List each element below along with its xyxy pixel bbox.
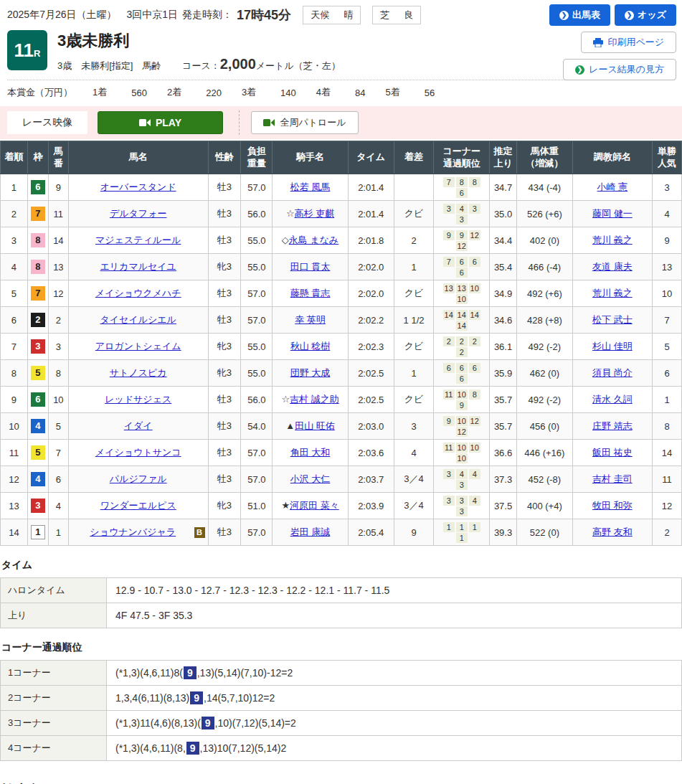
race-number: 11 <box>14 39 34 62</box>
trainer-link[interactable]: 吉村 圭司 <box>592 473 633 484</box>
frame-cell: 6 <box>27 174 48 201</box>
frame-number-badge: 8 <box>31 260 45 274</box>
jockey-link[interactable]: 田口 貫太 <box>290 261 331 272</box>
corner-pass-number: 12 <box>469 230 480 240</box>
col-margin: 着差 <box>394 141 434 174</box>
col-horse-weight: 馬体重 （増減） <box>517 141 573 174</box>
frame-number-badge: 6 <box>31 392 45 407</box>
halon-time-row: ハロンタイム 12.9 - 10.7 - 13.0 - 12.7 - 12.3 … <box>1 578 682 603</box>
jockey-link[interactable]: 田山 旺佑 <box>295 420 335 431</box>
horse-name-link[interactable]: アロガントシェイム <box>95 341 181 351</box>
horse-number: 3 <box>48 334 68 360</box>
jockey-link[interactable]: 小沢 大仁 <box>290 473 331 484</box>
horse-name-link[interactable]: ショウナンバジャラ <box>90 526 176 537</box>
trainer-link[interactable]: 友道 康夫 <box>592 261 633 272</box>
frame-cell: 8 <box>27 227 48 254</box>
corner-pass-number: 3 <box>443 469 455 479</box>
corner-order-text: ,13)(5,14)(7,10)-12=2 <box>197 667 293 679</box>
trainer-link[interactable]: 須貝 尚介 <box>592 367 633 378</box>
chevron-right-icon: ❯ <box>559 11 569 20</box>
jockey-link[interactable]: 河原田 菜々 <box>290 500 339 511</box>
jockey-link[interactable]: 永島 まなみ <box>289 235 339 245</box>
corner-pass-number: 1 <box>443 522 455 532</box>
horse-name-link[interactable]: イダイ <box>124 420 153 431</box>
corner-pass-number: 6 <box>443 363 455 373</box>
corner-pass-number: 13 <box>456 283 468 293</box>
print-page-button[interactable]: 印刷用ページ <box>581 32 676 53</box>
horse-name-link[interactable]: デルタフォー <box>110 208 167 219</box>
trainer-cell: 藤岡 健一 <box>572 201 652 227</box>
jockey-link[interactable]: 岩田 康誠 <box>290 526 331 537</box>
margin <box>394 174 434 201</box>
corner-pass-number: 12 <box>456 241 468 251</box>
horse-name-link[interactable]: サトノスピカ <box>110 367 167 378</box>
jockey-link[interactable]: 高杉 吏麒 <box>295 208 335 219</box>
horse-weight: 462 (0) <box>517 360 573 387</box>
jockey-link[interactable]: 角田 大和 <box>290 447 331 458</box>
jockey-link[interactable]: 幸 英明 <box>295 314 326 325</box>
corner-positions: 6666 <box>434 360 490 387</box>
corner-positions: 991212 <box>434 227 490 254</box>
prize-amount: 140 <box>280 88 296 98</box>
trainer-link[interactable]: 藤岡 健一 <box>592 208 633 219</box>
horse-name-link[interactable]: マジェスティルール <box>95 235 181 245</box>
start-time-label: 発走時刻： <box>182 9 232 22</box>
horse-name-link[interactable]: タイセイルシエル <box>100 314 176 325</box>
corner-pass-number: 9 <box>456 400 468 410</box>
carried-weight: 54.0 <box>241 413 273 440</box>
jockey-link[interactable]: 吉村 誠之助 <box>290 394 339 405</box>
trainer-link[interactable]: 飯田 祐史 <box>592 447 633 458</box>
apprentice-mark: ◇ <box>282 235 289 245</box>
jockey-link[interactable]: 藤懸 貴志 <box>290 288 331 298</box>
horse-name-cell: マジェスティルール <box>68 227 208 254</box>
trainer-link[interactable]: 小崎 憲 <box>597 181 628 192</box>
corner-positions: 14141414 <box>434 307 490 334</box>
horse-name-link[interactable]: オーバースタンド <box>100 181 176 192</box>
odds-button[interactable]: ❯オッズ <box>615 4 676 26</box>
horse-name-link[interactable]: メイショウクメハチ <box>95 288 181 298</box>
entries-button[interactable]: ❯出馬表 <box>549 4 610 26</box>
trainer-link[interactable]: 庄野 靖志 <box>592 420 633 431</box>
frame-cell: 7 <box>27 201 48 227</box>
play-button[interactable]: PLAY <box>98 111 223 134</box>
win-favorite-rank: 1 <box>653 387 682 413</box>
trainer-link[interactable]: 杉山 佳明 <box>592 341 633 351</box>
frame-cell: 5 <box>27 360 48 387</box>
horse-name-link[interactable]: メイショウトサンコ <box>95 447 181 458</box>
corner-pass-number: 10 <box>456 294 468 304</box>
trainer-link[interactable]: 荒川 義之 <box>592 288 633 298</box>
corner-positions: 111089 <box>434 387 490 413</box>
horse-name-cell: タイセイルシエル <box>68 307 208 334</box>
trainer-cell: 須貝 尚介 <box>572 360 652 387</box>
carried-weight: 57.0 <box>241 307 273 334</box>
trainer-link[interactable]: 牧田 和弥 <box>592 500 633 511</box>
jockey-link[interactable]: 秋山 稔樹 <box>290 341 331 351</box>
corner-pass-number: 2 <box>469 336 480 346</box>
corner-pass-number: 3 <box>456 480 468 490</box>
frame-number-badge: 4 <box>31 419 45 433</box>
horse-name-link[interactable]: ワンダーエルピス <box>100 500 176 511</box>
corner-positions: 3343 <box>434 493 490 519</box>
jockey-link[interactable]: 松若 風馬 <box>290 181 331 192</box>
trainer-link[interactable]: 松下 武士 <box>592 314 633 325</box>
horse-name-link[interactable]: レッドサジェス <box>105 394 171 405</box>
corner-positions: 13131010 <box>434 280 490 307</box>
corner-order-value: (*1,3)11(4,6)(8,13)(9,10)(7,12)(5,14)=2 <box>107 711 682 736</box>
result-row: 5 7 12 メイショウクメハチ 牡3 57.0 藤懸 貴志 2:02.0 クビ… <box>1 280 682 307</box>
result-guide-button[interactable]: ❯レース結果の見方 <box>563 59 676 80</box>
jockey-link[interactable]: 団野 大成 <box>290 367 331 378</box>
trainer-link[interactable]: 荒川 義之 <box>592 235 633 245</box>
frame-cell: 1 <box>27 519 48 546</box>
horse-name-cell: ワンダーエルピス <box>68 493 208 519</box>
prize-place: 4着 <box>316 86 331 99</box>
margin: 3 <box>394 413 434 440</box>
frame-number-badge: 7 <box>31 286 45 301</box>
horse-name-link[interactable]: エリカマルセイユ <box>100 261 176 272</box>
race-number-badge: 11R <box>7 30 47 70</box>
trainer-link[interactable]: 清水 久詞 <box>592 394 633 405</box>
patrol-video-button[interactable]: 全周パトロール <box>251 111 359 134</box>
start-time-value: 17時45分 <box>237 6 291 24</box>
trainer-link[interactable]: 高野 友和 <box>592 526 633 537</box>
corner-pass-number: 8 <box>469 177 480 187</box>
horse-name-link[interactable]: パルジファル <box>110 473 167 484</box>
